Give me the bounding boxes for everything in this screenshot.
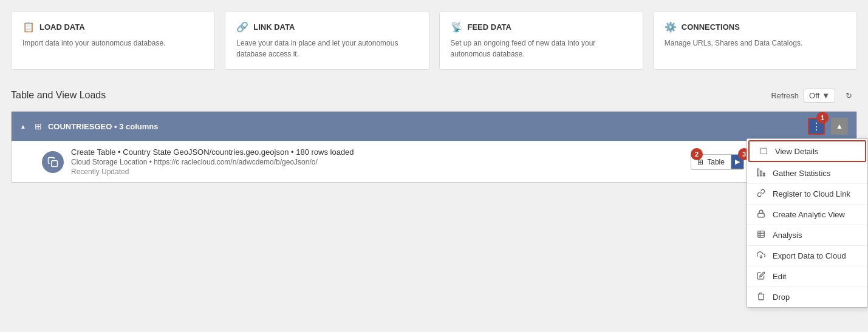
row-sub2-text: Recently Updated: [71, 168, 683, 176]
table-body-copy-icon: [42, 151, 64, 173]
card-connections[interactable]: ⚙️ CONNECTIONS Manage URLs, Shares and D…: [653, 11, 857, 70]
refresh-select[interactable]: Off ▼: [804, 89, 835, 103]
card-feed-data-title: 📡 FEED DATA: [451, 21, 632, 33]
load-data-icon: 📋: [22, 21, 35, 33]
connections-icon: ⚙️: [665, 21, 677, 33]
svg-rect-4: [758, 213, 765, 217]
create-analytic-icon: [756, 209, 767, 220]
link-data-icon: 🔗: [236, 21, 248, 33]
card-connections-title: ⚙️ CONNECTIONS: [665, 21, 846, 33]
row-sub-text: Cloud Storage Location • https://c racle…: [71, 158, 683, 166]
table-countriesgeo: ▲ ⊞ COUNTRIESGEO • 3 columns 1 ⋮ ▲ Creat…: [11, 111, 857, 183]
view-details-icon: ☐: [758, 146, 769, 156]
card-connections-desc: Manage URLs, Shares and Data Catalogs.: [665, 38, 846, 49]
menu-item-export-data[interactable]: Export Data to Cloud: [747, 246, 867, 266]
menu-item-export-data-label: Export Data to Cloud: [773, 251, 846, 260]
card-load-data[interactable]: 📋 LOAD DATA Import data into your autono…: [11, 11, 215, 70]
menu-item-create-analytic-view-label: Create Analytic View: [773, 210, 845, 219]
menu-item-analysis-label: Analysis: [773, 231, 802, 240]
menu-item-edit-label: Edit: [773, 272, 786, 281]
menu-item-register-cloud-link[interactable]: Register to Cloud Link: [747, 184, 867, 205]
menu-item-drop[interactable]: Drop: [747, 287, 867, 307]
menu-item-create-analytic-view[interactable]: Create Analytic View: [747, 205, 867, 225]
table-countriesgeo-body: Create Table • Country State GeoJSON/cou…: [12, 141, 856, 182]
menu-item-view-details-label: View Details: [775, 147, 818, 156]
svg-rect-5: [758, 231, 765, 238]
menu-item-gather-statistics-label: Gather Statistics: [773, 169, 830, 178]
feed-data-icon: 📡: [451, 21, 463, 33]
context-menu: ☐ View Details Gather Statistics: [747, 138, 868, 308]
gather-statistics-icon: [756, 168, 767, 178]
expand-icon: ▲: [20, 123, 26, 130]
table-grid-icon: ⊞: [35, 121, 42, 131]
card-link-data-desc: Leave your data in place and let your au…: [236, 38, 417, 59]
refresh-value: Off: [809, 91, 819, 100]
card-load-data-desc: Import data into your autonomous databas…: [22, 38, 203, 49]
row-main-text: Create Table • Country State GeoJSON/cou…: [71, 147, 683, 157]
export-data-icon: [756, 251, 767, 261]
top-cards: 📋 LOAD DATA Import data into your autono…: [11, 11, 857, 70]
refresh-button[interactable]: ↻: [840, 87, 857, 104]
page-wrapper: 📋 LOAD DATA Import data into your autono…: [0, 0, 868, 332]
card-link-data-title: 🔗 LINK DATA: [236, 21, 417, 33]
badge-1: 1: [816, 112, 829, 124]
refresh-control: Refresh Off ▼ ↻: [771, 87, 857, 104]
card-load-data-title: 📋 LOAD DATA: [22, 21, 203, 33]
card-link-data[interactable]: 🔗 LINK DATA Leave your data in place and…: [225, 11, 429, 70]
menu-item-edit[interactable]: Edit: [747, 266, 867, 287]
table-label-text: Table: [707, 158, 725, 166]
badge-2: 2: [691, 148, 703, 160]
card-feed-data[interactable]: 📡 FEED DATA Set up an ongoing feed of ne…: [439, 11, 643, 70]
menu-item-register-cloud-link-label: Register to Cloud Link: [773, 189, 850, 198]
menu-item-drop-label: Drop: [773, 293, 790, 302]
table-dropdown-wrapper: 2 3 ⊞ Table ▶: [691, 154, 744, 170]
menu-item-view-details[interactable]: ☐ View Details: [748, 140, 866, 162]
svg-rect-0: [52, 160, 58, 166]
refresh-label: Refresh: [771, 91, 799, 100]
section-title: Table and View Loads: [11, 90, 106, 101]
table-countriesgeo-content: Create Table • Country State GeoJSON/cou…: [71, 147, 683, 176]
chevron-down-icon: ▼: [822, 91, 830, 100]
register-cloud-link-icon: [756, 189, 767, 199]
table-countriesgeo-title: COUNTRIESGEO • 3 columns: [48, 122, 802, 131]
edit-icon: [756, 271, 767, 282]
menu-item-gather-statistics[interactable]: Gather Statistics: [747, 163, 867, 184]
table-countriesgeo-header: ▲ ⊞ COUNTRIESGEO • 3 columns 1 ⋮ ▲: [12, 112, 856, 141]
menu-item-analysis[interactable]: Analysis: [747, 225, 867, 246]
badge-wrapper-1: 1 ⋮: [808, 118, 825, 135]
context-menu-overlay: ☐ View Details Gather Statistics: [747, 138, 868, 308]
svg-rect-3: [764, 173, 765, 176]
analysis-icon: [756, 230, 767, 240]
drop-icon: [756, 292, 767, 302]
svg-rect-2: [760, 171, 762, 176]
svg-rect-1: [757, 169, 759, 176]
sort-up-button[interactable]: ▲: [831, 118, 848, 135]
card-feed-data-desc: Set up an ongoing feed of new data into …: [451, 38, 632, 59]
section-header: Table and View Loads Refresh Off ▼ ↻: [11, 87, 857, 104]
